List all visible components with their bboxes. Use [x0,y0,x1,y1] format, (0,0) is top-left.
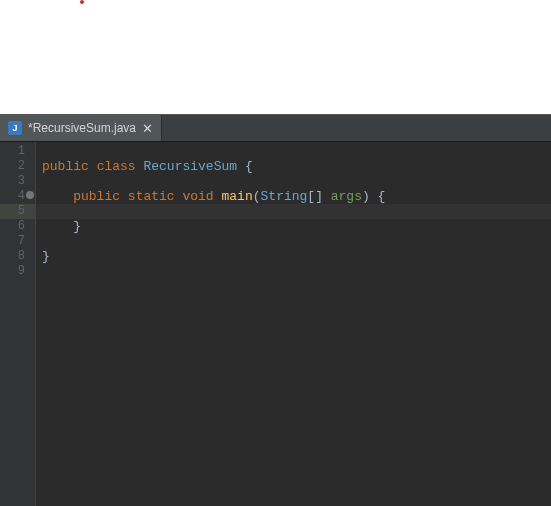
line-number: 2 [0,159,35,174]
tab-label: *RecursiveSum.java [28,121,136,135]
code-line[interactable]: public class RecursiveSum { [36,159,551,174]
line-number: 7 [0,234,35,249]
gutter-marker-icon [26,191,34,199]
code-line[interactable] [36,264,551,279]
tab-bar: J *RecursiveSum.java ✕ [0,114,551,142]
editor-body: 123456789 public class RecursiveSum { pu… [0,142,551,506]
code-line[interactable] [36,174,551,189]
line-number: 6 [0,219,35,234]
close-icon[interactable]: ✕ [142,122,153,135]
line-number-gutter: 123456789 [0,142,36,506]
code-line[interactable] [36,204,551,219]
code-line[interactable] [36,144,551,159]
java-file-icon: J [8,121,22,135]
line-number: 9 [0,264,35,279]
code-line[interactable] [36,234,551,249]
line-number: 3 [0,174,35,189]
line-number: 1 [0,144,35,159]
code-area[interactable]: public class RecursiveSum { public stati… [36,142,551,506]
code-line[interactable]: public static void main(String[] args) { [36,189,551,204]
red-dot-decor [80,0,84,4]
tab-recursivesum[interactable]: J *RecursiveSum.java ✕ [0,115,162,141]
editor-region: J *RecursiveSum.java ✕ 123456789 public … [0,114,551,506]
line-number: 8 [0,249,35,264]
line-number: 5 [0,204,35,219]
line-number: 4 [0,189,35,204]
code-line[interactable]: } [36,219,551,234]
code-line[interactable]: } [36,249,551,264]
